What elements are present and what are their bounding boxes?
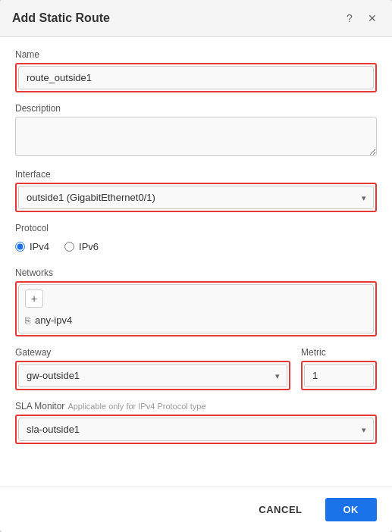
dialog-body: Name Description Interface outside1 (Gig… <box>0 37 392 487</box>
interface-group: Interface outside1 (GigabitEthernet0/1) … <box>15 169 377 212</box>
ipv4-radio-label[interactable]: IPv4 <box>15 241 49 252</box>
help-icon[interactable]: ? <box>342 11 357 26</box>
networks-add-button[interactable]: + <box>25 289 43 308</box>
description-group: Description <box>15 103 377 158</box>
gateway-label: Gateway <box>15 347 290 358</box>
dialog-footer: CANCEL OK <box>0 487 392 532</box>
ipv4-radio[interactable] <box>15 242 25 252</box>
name-group: Name <box>15 49 377 92</box>
description-input[interactable] <box>15 117 377 156</box>
cancel-button[interactable]: CANCEL <box>243 498 317 521</box>
sla-monitor-highlight: sla-outside1 ▾ <box>15 415 377 444</box>
name-highlight <box>15 63 377 92</box>
protocol-group: Protocol IPv4 IPv6 <box>15 223 377 257</box>
gateway-select[interactable]: gw-outside1 <box>18 364 287 387</box>
networks-label: Networks <box>15 268 377 278</box>
metric-highlight <box>301 361 377 390</box>
interface-highlight: outside1 (GigabitEthernet0/1) ▾ <box>15 183 377 212</box>
ipv4-label: IPv4 <box>30 241 49 252</box>
networks-highlight: + ⎘ any-ipv4 <box>15 281 377 336</box>
metric-label: Metric <box>301 347 377 358</box>
dialog-header: Add Static Route ? ✕ <box>0 0 392 37</box>
add-static-route-dialog: Add Static Route ? ✕ Name Description In… <box>0 0 392 532</box>
sla-monitor-select-wrapper: sla-outside1 ▾ <box>18 418 374 441</box>
networks-group: Networks + ⎘ any-ipv4 <box>15 268 377 336</box>
sla-monitor-label-row: SLA Monitor Applicable only for IPv4 Pro… <box>15 401 377 412</box>
ipv6-label: IPv6 <box>79 241 99 252</box>
metric-group: Metric <box>301 347 377 390</box>
protocol-label: Protocol <box>15 223 377 233</box>
network-item-name: any-ipv4 <box>35 315 72 326</box>
sla-monitor-label: SLA Monitor <box>15 401 64 412</box>
close-icon[interactable]: ✕ <box>365 11 380 26</box>
gateway-metric-row: Gateway gw-outside1 ▾ Metric <box>15 347 377 390</box>
sla-monitor-note: Applicable only for IPv4 Protocol type <box>67 402 205 411</box>
ipv6-radio[interactable] <box>64 242 74 252</box>
dialog-title: Add Static Route <box>12 11 110 25</box>
gateway-select-wrapper: gw-outside1 ▾ <box>18 364 287 387</box>
sla-monitor-group: SLA Monitor Applicable only for IPv4 Pro… <box>15 401 377 444</box>
interface-select-wrapper: outside1 (GigabitEthernet0/1) ▾ <box>18 186 374 209</box>
description-label: Description <box>15 103 377 114</box>
sla-monitor-select[interactable]: sla-outside1 <box>18 418 374 441</box>
metric-input[interactable] <box>304 364 374 387</box>
name-input[interactable] <box>18 66 374 89</box>
gateway-group: Gateway gw-outside1 ▾ <box>15 347 290 390</box>
networks-box: + ⎘ any-ipv4 <box>18 284 374 333</box>
interface-select[interactable]: outside1 (GigabitEthernet0/1) <box>18 186 374 209</box>
network-item-icon: ⎘ <box>25 315 30 326</box>
name-label: Name <box>15 49 377 60</box>
interface-label: Interface <box>15 169 377 180</box>
list-item: ⎘ any-ipv4 <box>25 312 367 328</box>
ok-button[interactable]: OK <box>325 498 378 521</box>
gateway-highlight: gw-outside1 ▾ <box>15 361 290 390</box>
header-icons: ? ✕ <box>342 11 380 26</box>
ipv6-radio-label[interactable]: IPv6 <box>64 241 99 252</box>
protocol-options: IPv4 IPv6 <box>15 236 377 257</box>
